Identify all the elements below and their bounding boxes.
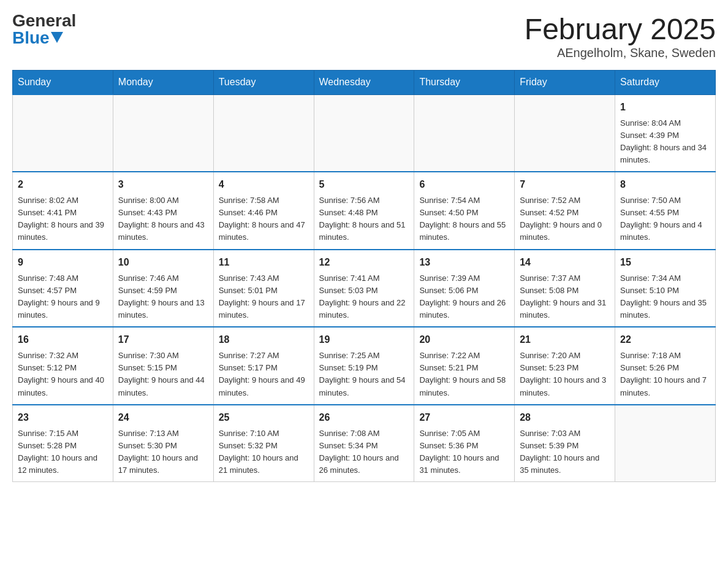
- calendar-cell: 2Sunrise: 8:02 AMSunset: 4:41 PMDaylight…: [13, 172, 113, 250]
- week-row-1: 1Sunrise: 8:04 AMSunset: 4:39 PMDaylight…: [13, 94, 716, 172]
- calendar-cell: 21Sunrise: 7:20 AMSunset: 5:23 PMDayligh…: [515, 327, 615, 405]
- calendar-cell: [615, 405, 716, 482]
- calendar-cell: [113, 94, 213, 172]
- day-number: 8: [620, 177, 710, 192]
- day-info: Sunrise: 7:13 AMSunset: 5:30 PMDaylight:…: [118, 427, 208, 477]
- day-number: 19: [319, 332, 409, 347]
- day-number: 23: [18, 410, 108, 425]
- day-number: 28: [520, 410, 610, 425]
- day-number: 4: [219, 177, 309, 192]
- logo-blue-text: Blue: [12, 29, 76, 47]
- day-number: 3: [118, 177, 208, 192]
- day-info: Sunrise: 7:37 AMSunset: 5:08 PMDaylight:…: [520, 272, 610, 322]
- day-info: Sunrise: 7:03 AMSunset: 5:39 PMDaylight:…: [520, 427, 610, 477]
- calendar-cell: 15Sunrise: 7:34 AMSunset: 5:10 PMDayligh…: [615, 250, 716, 327]
- day-info: Sunrise: 7:54 AMSunset: 4:50 PMDaylight:…: [419, 194, 509, 244]
- day-info: Sunrise: 7:58 AMSunset: 4:46 PMDaylight:…: [219, 194, 309, 244]
- title-area: February 2025 AEngelholm, Skane, Sweden: [525, 12, 716, 60]
- day-number: 15: [620, 255, 710, 270]
- day-info: Sunrise: 7:34 AMSunset: 5:10 PMDaylight:…: [620, 272, 710, 322]
- day-info: Sunrise: 7:52 AMSunset: 4:52 PMDaylight:…: [520, 194, 610, 244]
- column-header-thursday: Thursday: [414, 71, 515, 95]
- calendar-cell: 16Sunrise: 7:32 AMSunset: 5:12 PMDayligh…: [13, 327, 113, 405]
- day-number: 10: [118, 255, 208, 270]
- day-info: Sunrise: 7:08 AMSunset: 5:34 PMDaylight:…: [319, 427, 409, 477]
- week-row-2: 2Sunrise: 8:02 AMSunset: 4:41 PMDaylight…: [13, 172, 716, 250]
- day-info: Sunrise: 7:48 AMSunset: 4:57 PMDaylight:…: [18, 272, 108, 322]
- day-info: Sunrise: 7:22 AMSunset: 5:21 PMDaylight:…: [419, 350, 509, 399]
- calendar-cell: 22Sunrise: 7:18 AMSunset: 5:26 PMDayligh…: [615, 327, 716, 405]
- day-number: 17: [118, 332, 208, 347]
- day-info: Sunrise: 7:46 AMSunset: 4:59 PMDaylight:…: [118, 272, 208, 322]
- day-number: 2: [18, 177, 108, 192]
- calendar-cell: 23Sunrise: 7:15 AMSunset: 5:28 PMDayligh…: [13, 405, 113, 482]
- calendar-cell: [515, 94, 615, 172]
- day-number: 14: [520, 255, 610, 270]
- calendar-header-row: SundayMondayTuesdayWednesdayThursdayFrid…: [13, 71, 716, 95]
- page-header: General Blue February 2025 AEngelholm, S…: [12, 12, 716, 60]
- calendar-cell: 7Sunrise: 7:52 AMSunset: 4:52 PMDaylight…: [515, 172, 615, 250]
- day-number: 24: [118, 410, 208, 425]
- day-info: Sunrise: 7:56 AMSunset: 4:48 PMDaylight:…: [319, 194, 409, 244]
- week-row-4: 16Sunrise: 7:32 AMSunset: 5:12 PMDayligh…: [13, 327, 716, 405]
- calendar-cell: 6Sunrise: 7:54 AMSunset: 4:50 PMDaylight…: [414, 172, 515, 250]
- day-number: 11: [219, 255, 309, 270]
- calendar-cell: 9Sunrise: 7:48 AMSunset: 4:57 PMDaylight…: [13, 250, 113, 327]
- day-number: 22: [620, 332, 710, 347]
- logo-triangle-icon: [51, 32, 63, 43]
- calendar-cell: 8Sunrise: 7:50 AMSunset: 4:55 PMDaylight…: [615, 172, 716, 250]
- calendar-cell: 11Sunrise: 7:43 AMSunset: 5:01 PMDayligh…: [213, 250, 314, 327]
- calendar-cell: [414, 94, 515, 172]
- column-header-sunday: Sunday: [13, 71, 113, 95]
- calendar-cell: 25Sunrise: 7:10 AMSunset: 5:32 PMDayligh…: [213, 405, 314, 482]
- day-number: 21: [520, 332, 610, 347]
- day-number: 12: [319, 255, 409, 270]
- day-info: Sunrise: 7:05 AMSunset: 5:36 PMDaylight:…: [419, 427, 509, 477]
- day-info: Sunrise: 7:27 AMSunset: 5:17 PMDaylight:…: [219, 350, 309, 399]
- day-number: 5: [319, 177, 409, 192]
- calendar-cell: 27Sunrise: 7:05 AMSunset: 5:36 PMDayligh…: [414, 405, 515, 482]
- calendar-cell: 10Sunrise: 7:46 AMSunset: 4:59 PMDayligh…: [113, 250, 213, 327]
- day-info: Sunrise: 7:30 AMSunset: 5:15 PMDaylight:…: [118, 350, 208, 399]
- day-number: 26: [319, 410, 409, 425]
- column-header-saturday: Saturday: [615, 71, 716, 95]
- day-number: 1: [620, 100, 710, 115]
- logo: General Blue: [12, 12, 76, 47]
- day-number: 18: [219, 332, 309, 347]
- day-info: Sunrise: 7:43 AMSunset: 5:01 PMDaylight:…: [219, 272, 309, 322]
- day-info: Sunrise: 7:39 AMSunset: 5:06 PMDaylight:…: [419, 272, 509, 322]
- month-title: February 2025: [525, 12, 716, 46]
- day-number: 9: [18, 255, 108, 270]
- calendar-cell: 17Sunrise: 7:30 AMSunset: 5:15 PMDayligh…: [113, 327, 213, 405]
- day-number: 13: [419, 255, 509, 270]
- calendar-cell: 28Sunrise: 7:03 AMSunset: 5:39 PMDayligh…: [515, 405, 615, 482]
- day-info: Sunrise: 7:41 AMSunset: 5:03 PMDaylight:…: [319, 272, 409, 322]
- day-info: Sunrise: 8:00 AMSunset: 4:43 PMDaylight:…: [118, 194, 208, 244]
- day-info: Sunrise: 7:20 AMSunset: 5:23 PMDaylight:…: [520, 350, 610, 399]
- day-info: Sunrise: 7:50 AMSunset: 4:55 PMDaylight:…: [620, 194, 710, 244]
- day-number: 6: [419, 177, 509, 192]
- calendar-cell: 18Sunrise: 7:27 AMSunset: 5:17 PMDayligh…: [213, 327, 314, 405]
- day-number: 25: [219, 410, 309, 425]
- logo-general-text: General: [12, 12, 76, 29]
- calendar-cell: [13, 94, 113, 172]
- location-text: AEngelholm, Skane, Sweden: [525, 46, 716, 60]
- day-info: Sunrise: 7:15 AMSunset: 5:28 PMDaylight:…: [18, 427, 108, 477]
- calendar-cell: 20Sunrise: 7:22 AMSunset: 5:21 PMDayligh…: [414, 327, 515, 405]
- day-number: 16: [18, 332, 108, 347]
- day-info: Sunrise: 8:04 AMSunset: 4:39 PMDaylight:…: [620, 117, 710, 167]
- calendar-cell: 14Sunrise: 7:37 AMSunset: 5:08 PMDayligh…: [515, 250, 615, 327]
- day-number: 27: [419, 410, 509, 425]
- calendar-cell: 1Sunrise: 8:04 AMSunset: 4:39 PMDaylight…: [615, 94, 716, 172]
- calendar-cell: 3Sunrise: 8:00 AMSunset: 4:43 PMDaylight…: [113, 172, 213, 250]
- calendar-cell: 19Sunrise: 7:25 AMSunset: 5:19 PMDayligh…: [314, 327, 414, 405]
- day-number: 20: [419, 332, 509, 347]
- calendar-cell: 26Sunrise: 7:08 AMSunset: 5:34 PMDayligh…: [314, 405, 414, 482]
- column-header-wednesday: Wednesday: [314, 71, 414, 95]
- week-row-5: 23Sunrise: 7:15 AMSunset: 5:28 PMDayligh…: [13, 405, 716, 482]
- day-info: Sunrise: 7:10 AMSunset: 5:32 PMDaylight:…: [219, 427, 309, 477]
- week-row-3: 9Sunrise: 7:48 AMSunset: 4:57 PMDaylight…: [13, 250, 716, 327]
- calendar-cell: 13Sunrise: 7:39 AMSunset: 5:06 PMDayligh…: [414, 250, 515, 327]
- calendar-cell: [213, 94, 314, 172]
- calendar-cell: 4Sunrise: 7:58 AMSunset: 4:46 PMDaylight…: [213, 172, 314, 250]
